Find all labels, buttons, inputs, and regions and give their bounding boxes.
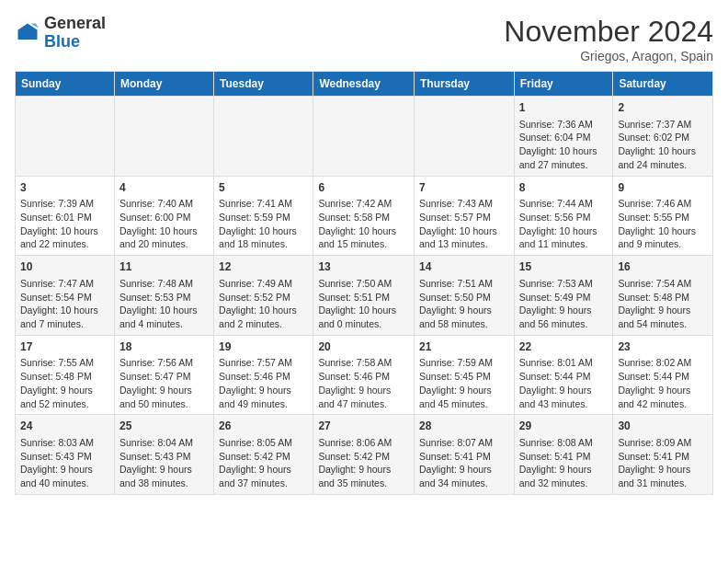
day-info: Sunset: 5:46 PM <box>318 370 409 384</box>
day-info: Daylight: 10 hours and 27 minutes. <box>519 144 609 171</box>
day-info: Sunrise: 8:05 AM <box>219 436 308 450</box>
day-number: 21 <box>419 339 509 355</box>
logo: General Blue <box>15 15 106 52</box>
month-title: November 2024 <box>504 15 713 49</box>
day-number: 8 <box>519 180 609 196</box>
svg-marker-0 <box>18 23 38 40</box>
calendar-cell <box>415 97 515 177</box>
day-info: Sunrise: 7:54 AM <box>618 277 708 291</box>
day-number: 2 <box>618 100 708 116</box>
title-block: November 2024 Griegos, Aragon, Spain <box>504 15 713 63</box>
day-info: Daylight: 9 hours and 37 minutes. <box>219 463 308 489</box>
day-number: 6 <box>318 180 409 196</box>
day-info: Sunset: 5:43 PM <box>20 450 109 464</box>
day-info: Sunset: 5:43 PM <box>119 450 209 464</box>
day-info: Sunrise: 7:41 AM <box>219 197 308 211</box>
day-info: Sunset: 5:47 PM <box>119 370 209 384</box>
day-info: Sunset: 5:55 PM <box>618 211 708 224</box>
day-number: 29 <box>519 419 609 434</box>
day-info: Sunrise: 7:50 AM <box>318 277 409 291</box>
day-info: Daylight: 10 hours and 24 minutes. <box>618 144 708 171</box>
calendar-cell: 11Sunrise: 7:48 AMSunset: 5:53 PMDayligh… <box>114 256 213 336</box>
day-number: 4 <box>119 180 209 196</box>
location-subtitle: Griegos, Aragon, Spain <box>504 49 713 63</box>
calendar-cell: 15Sunrise: 7:53 AMSunset: 5:49 PMDayligh… <box>514 256 613 336</box>
day-info: Sunrise: 8:06 AM <box>318 436 409 450</box>
day-number: 11 <box>119 259 209 275</box>
calendar-cell: 27Sunrise: 8:06 AMSunset: 5:42 PMDayligh… <box>313 415 415 495</box>
day-number: 16 <box>618 259 708 275</box>
day-number: 10 <box>20 259 109 275</box>
week-row-5: 24Sunrise: 8:03 AMSunset: 5:43 PMDayligh… <box>16 415 713 495</box>
calendar-cell: 30Sunrise: 8:09 AMSunset: 5:41 PMDayligh… <box>613 415 713 495</box>
week-row-3: 10Sunrise: 7:47 AMSunset: 5:54 PMDayligh… <box>16 256 713 336</box>
day-number: 23 <box>618 339 708 355</box>
day-info: Daylight: 9 hours and 49 minutes. <box>219 384 308 410</box>
day-info: Sunrise: 7:47 AM <box>20 277 109 291</box>
calendar-cell: 16Sunrise: 7:54 AMSunset: 5:48 PMDayligh… <box>613 256 713 336</box>
day-info: Daylight: 9 hours and 40 minutes. <box>20 463 109 489</box>
day-info: Daylight: 10 hours and 15 minutes. <box>318 224 409 251</box>
day-info: Sunset: 5:42 PM <box>219 450 308 464</box>
day-number: 7 <box>419 180 509 196</box>
logo-icon <box>15 20 40 46</box>
week-row-1: 1Sunrise: 7:36 AMSunset: 6:04 PMDaylight… <box>16 97 713 177</box>
weekday-header-wednesday: Wednesday <box>313 72 415 97</box>
day-info: Sunset: 5:48 PM <box>618 291 708 304</box>
weekday-header-saturday: Saturday <box>613 72 713 97</box>
calendar-cell: 6Sunrise: 7:42 AMSunset: 5:58 PMDaylight… <box>313 176 415 256</box>
day-info: Sunrise: 7:39 AM <box>20 197 109 211</box>
day-info: Sunset: 6:04 PM <box>519 131 609 144</box>
day-info: Sunrise: 8:04 AM <box>119 436 209 450</box>
calendar-cell: 21Sunrise: 7:59 AMSunset: 5:45 PMDayligh… <box>415 335 515 415</box>
day-info: Daylight: 9 hours and 35 minutes. <box>318 463 409 489</box>
day-info: Daylight: 9 hours and 47 minutes. <box>318 384 409 410</box>
day-info: Daylight: 9 hours and 54 minutes. <box>618 304 708 330</box>
calendar-cell: 3Sunrise: 7:39 AMSunset: 6:01 PMDaylight… <box>16 176 115 256</box>
calendar-cell: 19Sunrise: 7:57 AMSunset: 5:46 PMDayligh… <box>214 335 313 415</box>
day-info: Sunset: 5:49 PM <box>519 291 609 304</box>
calendar-cell: 9Sunrise: 7:46 AMSunset: 5:55 PMDaylight… <box>613 176 713 256</box>
day-info: Daylight: 9 hours and 32 minutes. <box>519 463 609 489</box>
day-info: Daylight: 10 hours and 7 minutes. <box>20 304 109 330</box>
calendar-cell: 29Sunrise: 8:08 AMSunset: 5:41 PMDayligh… <box>514 415 613 495</box>
day-info: Sunrise: 7:42 AM <box>318 197 409 211</box>
day-number: 17 <box>20 339 109 355</box>
day-info: Sunset: 5:45 PM <box>419 370 509 384</box>
calendar-cell: 25Sunrise: 8:04 AMSunset: 5:43 PMDayligh… <box>114 415 213 495</box>
week-row-4: 17Sunrise: 7:55 AMSunset: 5:48 PMDayligh… <box>16 335 713 415</box>
weekday-header-sunday: Sunday <box>16 72 115 97</box>
day-info: Sunset: 5:56 PM <box>519 211 609 224</box>
day-number: 20 <box>318 339 409 355</box>
day-info: Sunset: 5:44 PM <box>618 370 708 384</box>
day-info: Sunrise: 7:59 AM <box>419 356 509 370</box>
day-info: Sunrise: 7:53 AM <box>519 277 609 291</box>
day-number: 18 <box>119 339 209 355</box>
week-row-2: 3Sunrise: 7:39 AMSunset: 6:01 PMDaylight… <box>16 176 713 256</box>
day-info: Sunset: 5:58 PM <box>318 211 409 224</box>
page-header: General Blue November 2024 Griegos, Arag… <box>15 15 713 63</box>
weekday-header-tuesday: Tuesday <box>214 72 313 97</box>
day-info: Sunrise: 8:03 AM <box>20 436 109 450</box>
weekday-header-friday: Friday <box>514 72 613 97</box>
day-info: Daylight: 10 hours and 20 minutes. <box>119 224 209 251</box>
calendar-cell: 10Sunrise: 7:47 AMSunset: 5:54 PMDayligh… <box>16 256 115 336</box>
day-info: Sunrise: 7:43 AM <box>419 197 509 211</box>
day-number: 28 <box>419 419 509 434</box>
day-info: Daylight: 9 hours and 42 minutes. <box>618 384 708 410</box>
day-info: Sunrise: 7:56 AM <box>119 356 209 370</box>
day-info: Sunrise: 7:46 AM <box>618 197 708 211</box>
day-info: Daylight: 9 hours and 45 minutes. <box>419 384 509 410</box>
day-info: Sunrise: 7:44 AM <box>519 197 609 211</box>
calendar-cell: 4Sunrise: 7:40 AMSunset: 6:00 PMDaylight… <box>114 176 213 256</box>
day-info: Sunset: 5:42 PM <box>318 450 409 464</box>
calendar-cell: 22Sunrise: 8:01 AMSunset: 5:44 PMDayligh… <box>514 335 613 415</box>
day-info: Daylight: 10 hours and 2 minutes. <box>219 304 308 330</box>
day-info: Sunrise: 7:55 AM <box>20 356 109 370</box>
day-info: Sunrise: 7:58 AM <box>318 356 409 370</box>
day-number: 1 <box>519 100 609 116</box>
day-info: Sunset: 5:54 PM <box>20 291 109 304</box>
day-info: Daylight: 10 hours and 4 minutes. <box>119 304 209 330</box>
day-info: Sunrise: 7:48 AM <box>119 277 209 291</box>
calendar-cell: 26Sunrise: 8:05 AMSunset: 5:42 PMDayligh… <box>214 415 313 495</box>
